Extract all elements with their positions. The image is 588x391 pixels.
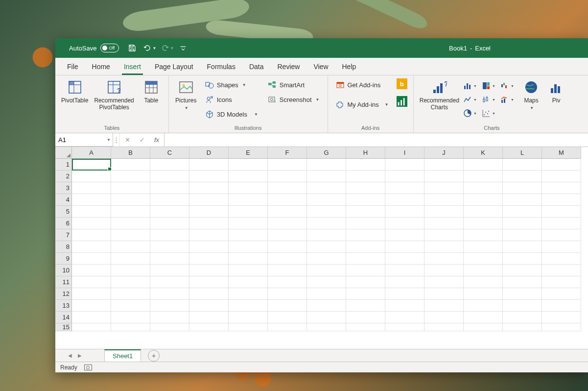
cell[interactable] (464, 323, 503, 331)
table-button[interactable]: Table (138, 77, 165, 104)
cell[interactable] (424, 241, 464, 253)
cell[interactable] (72, 241, 111, 253)
my-addins-button[interactable]: My Add-ins ▼ (334, 98, 391, 111)
cell[interactable] (189, 159, 229, 171)
sheet-nav-next[interactable]: ▶ (75, 353, 85, 358)
cell[interactable] (542, 312, 581, 323)
cell[interactable] (229, 194, 268, 206)
cell[interactable] (542, 194, 581, 206)
cell[interactable] (150, 312, 189, 323)
col-header[interactable]: I (385, 147, 424, 159)
cell[interactable] (346, 159, 385, 171)
cell[interactable] (189, 323, 229, 331)
sheet-tab-active[interactable]: Sheet1 (104, 349, 141, 362)
cell[interactable] (111, 218, 150, 229)
row-header[interactable]: 9 (55, 253, 72, 265)
cell[interactable] (229, 241, 268, 253)
cell[interactable] (542, 171, 581, 182)
cell[interactable] (503, 182, 542, 194)
cell[interactable] (189, 241, 229, 253)
cell[interactable] (268, 312, 307, 323)
cell[interactable] (111, 323, 150, 331)
cell[interactable] (385, 218, 424, 229)
cell[interactable] (189, 194, 229, 206)
cell[interactable] (346, 300, 385, 312)
cell[interactable] (307, 159, 346, 171)
cell[interactable] (464, 300, 503, 312)
cell[interactable] (229, 323, 268, 331)
cell[interactable] (464, 276, 503, 288)
cell[interactable] (503, 288, 542, 300)
cell[interactable] (542, 182, 581, 194)
cell[interactable] (268, 276, 307, 288)
cell[interactable] (150, 241, 189, 253)
cell[interactable] (464, 241, 503, 253)
cell[interactable] (72, 171, 111, 182)
row-header[interactable]: 7 (55, 229, 72, 241)
cell-selected[interactable] (72, 159, 111, 171)
cell[interactable] (385, 323, 424, 331)
cell[interactable] (150, 300, 189, 312)
tab-data[interactable]: Data (242, 58, 271, 75)
cells-area[interactable] (72, 159, 581, 349)
cell[interactable] (424, 218, 464, 229)
cell[interactable] (542, 253, 581, 265)
autosave-toggle[interactable]: Off (100, 44, 119, 52)
tab-home[interactable]: Home (85, 58, 117, 75)
cell[interactable] (189, 312, 229, 323)
cell[interactable] (307, 312, 346, 323)
cell[interactable] (307, 288, 346, 300)
cell[interactable] (307, 218, 346, 229)
cell[interactable] (229, 229, 268, 241)
cell[interactable] (150, 253, 189, 265)
cell[interactable] (150, 276, 189, 288)
cell[interactable] (150, 323, 189, 331)
cell[interactable] (346, 194, 385, 206)
combo-chart-button[interactable]: ▼ (500, 93, 516, 106)
cell[interactable] (424, 288, 464, 300)
record-macro-icon[interactable] (84, 365, 92, 370)
cell[interactable] (542, 241, 581, 253)
cell[interactable] (229, 312, 268, 323)
cell[interactable] (464, 159, 503, 171)
cell[interactable] (189, 288, 229, 300)
cell[interactable] (72, 323, 111, 331)
line-chart-button[interactable]: ▼ (500, 79, 516, 92)
cell[interactable] (229, 182, 268, 194)
cell[interactable] (111, 312, 150, 323)
cell[interactable] (424, 194, 464, 206)
col-header[interactable]: E (229, 147, 268, 159)
cell[interactable] (346, 265, 385, 276)
cell[interactable] (307, 171, 346, 182)
statistic-chart-button[interactable]: ▼ (482, 93, 497, 106)
undo-button[interactable]: ▼ (143, 42, 156, 54)
cell[interactable] (346, 276, 385, 288)
col-header[interactable]: J (424, 147, 464, 159)
cell[interactable] (189, 171, 229, 182)
cell[interactable] (150, 265, 189, 276)
cell[interactable] (150, 159, 189, 171)
cell[interactable] (385, 229, 424, 241)
tab-view[interactable]: View (306, 58, 335, 75)
row-header[interactable]: 8 (55, 241, 72, 253)
cell[interactable] (150, 171, 189, 182)
cell[interactable] (189, 300, 229, 312)
tab-formulas[interactable]: Formulas (200, 58, 242, 75)
cell[interactable] (189, 253, 229, 265)
cell[interactable] (503, 229, 542, 241)
cell[interactable] (72, 206, 111, 218)
recommended-pivottables-button[interactable]: ? Recommended PivotTables (92, 77, 136, 111)
cell[interactable] (150, 206, 189, 218)
cell[interactable] (307, 323, 346, 331)
cell[interactable] (503, 265, 542, 276)
cell[interactable] (346, 288, 385, 300)
cell[interactable] (307, 194, 346, 206)
cell[interactable] (229, 300, 268, 312)
cell[interactable] (542, 300, 581, 312)
cell[interactable] (150, 194, 189, 206)
row-header[interactable]: 5 (55, 206, 72, 218)
row-header[interactable]: 4 (55, 194, 72, 206)
cell[interactable] (268, 182, 307, 194)
cell[interactable] (503, 194, 542, 206)
row-header[interactable]: 13 (55, 300, 72, 312)
